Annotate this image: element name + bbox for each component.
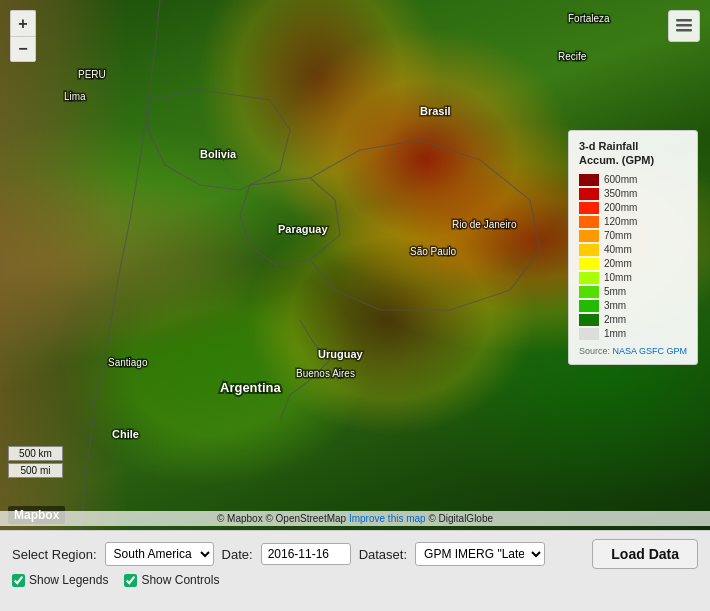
paraguay-label: Paraguay — [278, 223, 328, 235]
legend-color-swatch — [579, 174, 599, 186]
legend-value-label: 120mm — [604, 216, 637, 227]
controls-top-row: Select Region: South AmericaNorth Americ… — [0, 531, 710, 573]
legend-value-label: 20mm — [604, 258, 632, 269]
select-region-label: Select Region: — [12, 547, 97, 562]
legend-color-swatch — [579, 188, 599, 200]
legend-item: 1mm — [579, 328, 687, 340]
legend-title: 3-d RainfallAccum. (GPM) — [579, 139, 687, 168]
scale-km: 500 km — [8, 446, 63, 461]
load-data-button[interactable]: Load Data — [592, 539, 698, 569]
lima-label: Lima — [64, 91, 86, 102]
chile-label: Chile — [112, 428, 139, 440]
svg-rect-0 — [676, 19, 692, 22]
brasil-label: Brasil — [420, 105, 451, 117]
legend-item: 10mm — [579, 272, 687, 284]
santiago-label: Santiago — [108, 357, 148, 368]
peru-label: PERU — [78, 69, 106, 80]
recife-label: Recife — [558, 51, 587, 62]
legend-color-swatch — [579, 314, 599, 326]
map-attribution: © Mapbox © OpenStreetMap Improve this ma… — [0, 511, 710, 526]
scale-bar: 500 km 500 mi — [8, 446, 63, 480]
legend-value-label: 3mm — [604, 300, 626, 311]
zoom-controls: + − — [10, 10, 36, 62]
show-legends-checkbox[interactable] — [12, 574, 25, 587]
layers-button[interactable] — [668, 10, 700, 42]
show-legends-checkbox-label[interactable]: Show Legends — [12, 573, 108, 587]
attribution-link[interactable]: Improve this map — [349, 513, 426, 524]
legend-value-label: 5mm — [604, 286, 626, 297]
rio-label: Rio de Janeiro — [452, 219, 517, 230]
legend-item: 5mm — [579, 286, 687, 298]
legend-item: 200mm — [579, 202, 687, 214]
argentina-label: Argentina — [220, 380, 281, 395]
uruguay-label: Uruguay — [318, 348, 364, 360]
attribution-text: © Mapbox © OpenStreetMap — [217, 513, 346, 524]
attribution-suffix: © DigitalGlobe — [428, 513, 493, 524]
legend-item: 600mm — [579, 174, 687, 186]
legend-item: 2mm — [579, 314, 687, 326]
legend-color-swatch — [579, 286, 599, 298]
legend-value-label: 350mm — [604, 188, 637, 199]
legend-color-swatch — [579, 216, 599, 228]
zoom-out-button[interactable]: − — [10, 36, 36, 62]
legend-value-label: 600mm — [604, 174, 637, 185]
buenos-aires-label: Buenos Aires — [296, 368, 355, 379]
legend-item: 20mm — [579, 258, 687, 270]
legend-value-label: 200mm — [604, 202, 637, 213]
controls-bar: Select Region: South AmericaNorth Americ… — [0, 530, 710, 611]
date-input[interactable] — [261, 543, 351, 565]
rainfall-legend: 3-d RainfallAccum. (GPM) 600mm 350mm 200… — [568, 130, 698, 365]
controls-bottom-row: Show Legends Show Controls — [0, 573, 710, 595]
zoom-in-button[interactable]: + — [10, 10, 36, 36]
date-label: Date: — [222, 547, 253, 562]
legend-color-swatch — [579, 244, 599, 256]
legend-color-swatch — [579, 258, 599, 270]
fortaleza-label: Fortaleza — [568, 13, 610, 24]
svg-rect-1 — [676, 24, 692, 27]
show-controls-label: Show Controls — [141, 573, 219, 587]
legend-value-label: 40mm — [604, 244, 632, 255]
legend-color-swatch — [579, 202, 599, 214]
legend-item: 3mm — [579, 300, 687, 312]
legend-color-swatch — [579, 230, 599, 242]
region-select[interactable]: South AmericaNorth AmericaEuropeAsiaAfri… — [105, 542, 214, 566]
legend-value-label: 70mm — [604, 230, 632, 241]
legend-source-link[interactable]: NASA GSFC GPM — [612, 346, 687, 356]
svg-rect-2 — [676, 29, 692, 32]
show-controls-checkbox-label[interactable]: Show Controls — [124, 573, 219, 587]
map-container: Argentina Chile Uruguay Paraguay Bolivia… — [0, 0, 710, 530]
legend-item: 70mm — [579, 230, 687, 242]
legend-item: 350mm — [579, 188, 687, 200]
legend-color-swatch — [579, 272, 599, 284]
legend-source: Source: NASA GSFC GPM — [579, 346, 687, 356]
legend-value-label: 10mm — [604, 272, 632, 283]
legend-value-label: 1mm — [604, 328, 626, 339]
dataset-label: Dataset: — [359, 547, 407, 562]
sao-paulo-label: São Paulo — [410, 246, 457, 257]
legend-value-label: 2mm — [604, 314, 626, 325]
legend-item: 40mm — [579, 244, 687, 256]
legend-item: 120mm — [579, 216, 687, 228]
scale-mi: 500 mi — [8, 463, 63, 478]
legend-color-swatch — [579, 328, 599, 340]
dataset-select[interactable]: GPM IMERG "Late Ru — [415, 542, 545, 566]
bolivia-label: Bolivia — [200, 148, 237, 160]
show-legends-label: Show Legends — [29, 573, 108, 587]
show-controls-checkbox[interactable] — [124, 574, 137, 587]
legend-color-swatch — [579, 300, 599, 312]
